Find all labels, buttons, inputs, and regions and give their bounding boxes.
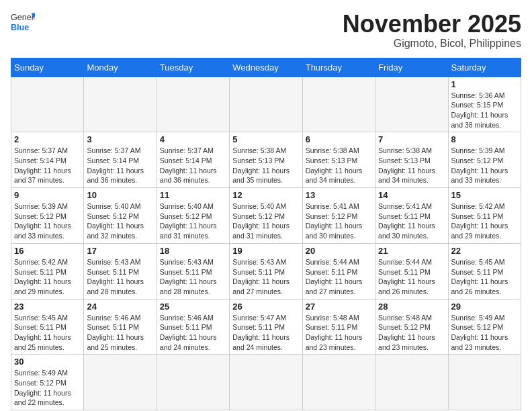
logo: GeneralBlue [11,11,35,35]
day-info: Sunrise: 5:40 AM Sunset: 5:12 PM Dayligh… [87,201,153,241]
calendar-week-row: 16Sunrise: 5:42 AM Sunset: 5:11 PM Dayli… [11,243,521,299]
day-number: 14 [378,190,445,200]
svg-text:General: General [11,13,35,22]
day-cell-22: 22Sunrise: 5:45 AM Sunset: 5:11 PM Dayli… [448,243,521,299]
day-cell-23: 23Sunrise: 5:45 AM Sunset: 5:11 PM Dayli… [11,299,84,355]
day-info: Sunrise: 5:43 AM Sunset: 5:11 PM Dayligh… [87,257,153,297]
day-info: Sunrise: 5:42 AM Sunset: 5:11 PM Dayligh… [14,257,81,297]
empty-cell [302,77,375,132]
day-info: Sunrise: 5:40 AM Sunset: 5:12 PM Dayligh… [160,201,226,241]
empty-cell [448,355,521,410]
day-cell-14: 14Sunrise: 5:41 AM Sunset: 5:11 PM Dayli… [375,188,448,244]
day-info: Sunrise: 5:38 AM Sunset: 5:13 PM Dayligh… [232,146,299,185]
day-info: Sunrise: 5:38 AM Sunset: 5:13 PM Dayligh… [378,146,445,185]
day-number: 2 [14,134,81,144]
title-area: November 2025 Gigmoto, Bicol, Philippine… [343,11,521,50]
day-info: Sunrise: 5:37 AM Sunset: 5:14 PM Dayligh… [87,146,153,185]
day-number: 26 [232,302,299,312]
day-info: Sunrise: 5:45 AM Sunset: 5:11 PM Dayligh… [451,257,518,297]
day-cell-1: 1Sunrise: 5:36 AM Sunset: 5:15 PM Daylig… [448,77,521,132]
day-info: Sunrise: 5:39 AM Sunset: 5:12 PM Dayligh… [14,201,81,241]
day-cell-7: 7Sunrise: 5:38 AM Sunset: 5:13 PM Daylig… [375,132,448,188]
day-info: Sunrise: 5:43 AM Sunset: 5:11 PM Dayligh… [232,257,299,297]
calendar-week-row: 2Sunrise: 5:37 AM Sunset: 5:14 PM Daylig… [11,132,521,188]
day-number: 22 [451,246,518,256]
calendar-week-row: 23Sunrise: 5:45 AM Sunset: 5:11 PM Dayli… [11,299,521,355]
empty-cell [84,355,157,410]
weekday-header-wednesday: Wednesday [230,58,302,77]
day-number: 19 [232,246,299,256]
calendar-week-row: 1Sunrise: 5:36 AM Sunset: 5:15 PM Daylig… [11,77,521,132]
day-cell-2: 2Sunrise: 5:37 AM Sunset: 5:14 PM Daylig… [11,132,84,188]
day-number: 25 [160,302,226,312]
day-cell-8: 8Sunrise: 5:39 AM Sunset: 5:12 PM Daylig… [448,132,521,188]
calendar-week-row: 9Sunrise: 5:39 AM Sunset: 5:12 PM Daylig… [11,188,521,244]
day-number: 28 [378,302,445,312]
empty-cell [157,77,229,132]
day-info: Sunrise: 5:45 AM Sunset: 5:11 PM Dayligh… [14,313,81,353]
day-info: Sunrise: 5:46 AM Sunset: 5:11 PM Dayligh… [160,313,226,353]
day-number: 7 [378,134,445,144]
day-cell-20: 20Sunrise: 5:44 AM Sunset: 5:11 PM Dayli… [302,243,375,299]
day-cell-5: 5Sunrise: 5:38 AM Sunset: 5:13 PM Daylig… [230,132,302,188]
empty-cell [375,355,448,410]
day-info: Sunrise: 5:41 AM Sunset: 5:11 PM Dayligh… [378,201,445,241]
day-info: Sunrise: 5:49 AM Sunset: 5:12 PM Dayligh… [451,313,518,353]
day-info: Sunrise: 5:39 AM Sunset: 5:12 PM Dayligh… [451,146,518,185]
weekday-header-monday: Monday [84,58,157,77]
day-number: 1 [451,79,518,89]
header: GeneralBlue November 2025 Gigmoto, Bicol… [11,11,521,50]
day-info: Sunrise: 5:44 AM Sunset: 5:11 PM Dayligh… [306,257,372,297]
day-cell-3: 3Sunrise: 5:37 AM Sunset: 5:14 PM Daylig… [84,132,157,188]
day-info: Sunrise: 5:48 AM Sunset: 5:11 PM Dayligh… [306,313,372,353]
day-cell-12: 12Sunrise: 5:40 AM Sunset: 5:12 PM Dayli… [230,188,302,244]
svg-text:Blue: Blue [11,23,29,32]
day-cell-25: 25Sunrise: 5:46 AM Sunset: 5:11 PM Dayli… [157,299,229,355]
day-info: Sunrise: 5:44 AM Sunset: 5:11 PM Dayligh… [378,257,445,297]
day-info: Sunrise: 5:37 AM Sunset: 5:14 PM Dayligh… [160,146,226,185]
day-number: 17 [87,246,153,256]
day-cell-24: 24Sunrise: 5:46 AM Sunset: 5:11 PM Dayli… [84,299,157,355]
empty-cell [230,77,302,132]
day-number: 9 [14,190,81,200]
day-cell-11: 11Sunrise: 5:40 AM Sunset: 5:12 PM Dayli… [157,188,229,244]
day-number: 16 [14,246,81,256]
day-info: Sunrise: 5:38 AM Sunset: 5:13 PM Dayligh… [306,146,372,185]
weekday-header-saturday: Saturday [448,58,521,77]
day-info: Sunrise: 5:46 AM Sunset: 5:11 PM Dayligh… [87,313,153,353]
day-info: Sunrise: 5:49 AM Sunset: 5:12 PM Dayligh… [14,368,81,408]
day-number: 11 [160,190,226,200]
weekday-header-sunday: Sunday [11,58,84,77]
day-cell-21: 21Sunrise: 5:44 AM Sunset: 5:11 PM Dayli… [375,243,448,299]
weekday-header-thursday: Thursday [302,58,375,77]
day-cell-6: 6Sunrise: 5:38 AM Sunset: 5:13 PM Daylig… [302,132,375,188]
day-number: 18 [160,246,226,256]
day-number: 27 [306,302,372,312]
weekday-header-friday: Friday [375,58,448,77]
day-number: 13 [306,190,372,200]
empty-cell [375,77,448,132]
empty-cell [230,355,302,410]
day-cell-19: 19Sunrise: 5:43 AM Sunset: 5:11 PM Dayli… [230,243,302,299]
empty-cell [11,77,84,132]
day-cell-15: 15Sunrise: 5:42 AM Sunset: 5:11 PM Dayli… [448,188,521,244]
calendar-week-row: 30Sunrise: 5:49 AM Sunset: 5:12 PM Dayli… [11,355,521,410]
day-info: Sunrise: 5:43 AM Sunset: 5:11 PM Dayligh… [160,257,226,297]
day-cell-9: 9Sunrise: 5:39 AM Sunset: 5:12 PM Daylig… [11,188,84,244]
weekday-header-row: SundayMondayTuesdayWednesdayThursdayFrid… [11,58,521,77]
day-info: Sunrise: 5:42 AM Sunset: 5:11 PM Dayligh… [451,201,518,241]
day-number: 6 [306,134,372,144]
day-cell-26: 26Sunrise: 5:47 AM Sunset: 5:11 PM Dayli… [230,299,302,355]
day-number: 23 [14,302,81,312]
day-number: 10 [87,190,153,200]
day-number: 12 [232,190,299,200]
day-cell-13: 13Sunrise: 5:41 AM Sunset: 5:12 PM Dayli… [302,188,375,244]
day-cell-16: 16Sunrise: 5:42 AM Sunset: 5:11 PM Dayli… [11,243,84,299]
day-number: 21 [378,246,445,256]
weekday-header-tuesday: Tuesday [157,58,229,77]
day-number: 4 [160,134,226,144]
day-cell-4: 4Sunrise: 5:37 AM Sunset: 5:14 PM Daylig… [157,132,229,188]
day-info: Sunrise: 5:37 AM Sunset: 5:14 PM Dayligh… [14,146,81,185]
day-number: 5 [232,134,299,144]
day-cell-10: 10Sunrise: 5:40 AM Sunset: 5:12 PM Dayli… [84,188,157,244]
